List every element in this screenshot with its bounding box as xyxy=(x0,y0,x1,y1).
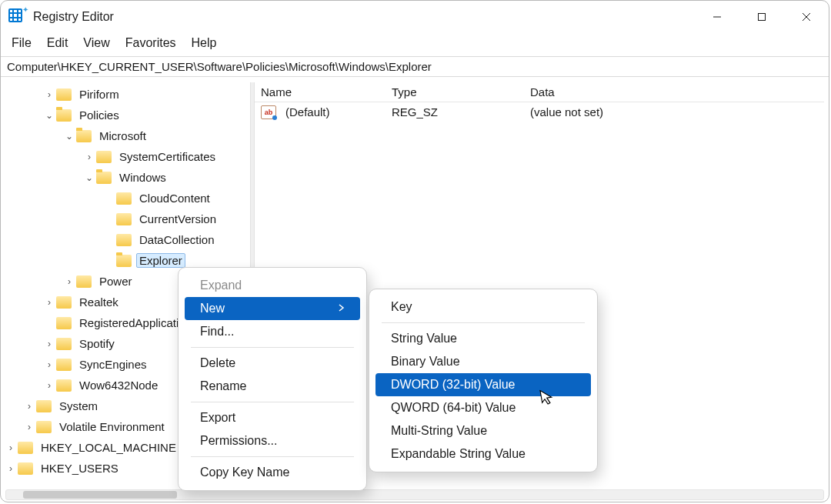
tree-label: Wow6432Node xyxy=(76,378,161,392)
scrollbar-thumb[interactable] xyxy=(23,491,177,499)
folder-icon xyxy=(36,400,52,412)
tree-item-policies[interactable]: ⌄ Policies xyxy=(5,105,250,125)
folder-icon xyxy=(56,317,72,329)
list-header: Name Type Data xyxy=(255,82,824,102)
titlebar[interactable]: ✦ Registry Editor xyxy=(1,1,829,33)
tree-item-cloudcontent[interactable]: · CloudContent xyxy=(5,188,250,209)
chevron-right-icon[interactable]: › xyxy=(5,442,16,453)
minimize-button[interactable] xyxy=(695,1,739,33)
ctx-label: Binary Value xyxy=(391,355,460,369)
horizontal-scrollbar[interactable] xyxy=(5,489,824,500)
chevron-down-icon[interactable]: ⌄ xyxy=(64,131,75,142)
ctx-new[interactable]: New xyxy=(185,297,360,320)
folder-icon xyxy=(56,338,72,350)
new-qword-value[interactable]: QWORD (64-bit) Value xyxy=(375,396,591,419)
submenu-arrow-icon xyxy=(320,303,345,314)
tree-label: System xyxy=(56,399,101,413)
tree-item-systemcertificates[interactable]: › SystemCertificates xyxy=(5,146,250,167)
tree-item-datacollection[interactable]: · DataCollection xyxy=(5,229,250,250)
menu-separator xyxy=(191,347,354,348)
ctx-rename[interactable]: Rename xyxy=(185,375,360,398)
tree-label: Realtek xyxy=(76,295,122,309)
value-row-default[interactable]: ab (Default) REG_SZ (value not set) xyxy=(255,102,824,122)
ctx-label: Delete xyxy=(200,356,235,370)
chevron-right-icon[interactable]: › xyxy=(44,380,55,391)
ctx-delete[interactable]: Delete xyxy=(185,352,360,375)
close-button[interactable] xyxy=(784,1,829,33)
chevron-down-icon[interactable]: ⌄ xyxy=(44,110,55,121)
col-header-type[interactable]: Type xyxy=(385,82,524,102)
new-dword-value[interactable]: DWORD (32-bit) Value xyxy=(375,373,591,396)
folder-open-icon xyxy=(56,109,72,122)
tree-label: Power xyxy=(96,274,135,289)
folder-icon xyxy=(56,379,72,392)
ctx-copy-key-name[interactable]: Copy Key Name xyxy=(185,461,360,484)
ctx-export[interactable]: Export xyxy=(185,406,360,429)
tree-label: CurrentVersion xyxy=(136,212,219,226)
window-controls xyxy=(695,1,829,33)
tree-item-windows[interactable]: ⌄ Windows xyxy=(5,167,250,188)
folder-open-icon xyxy=(76,130,92,142)
col-header-name[interactable]: Name xyxy=(255,82,385,102)
chevron-right-icon[interactable]: › xyxy=(44,297,55,308)
ctx-label: Expandable String Value xyxy=(391,447,526,461)
value-data: (value not set) xyxy=(524,104,824,120)
ctx-label: Multi-String Value xyxy=(391,424,487,438)
ctx-label: Find... xyxy=(200,325,234,339)
tree-label: Explorer xyxy=(136,253,185,268)
menu-separator xyxy=(191,456,354,457)
context-menu: Expand New Find... Delete Rename Export … xyxy=(178,267,367,491)
new-binary-value[interactable]: Binary Value xyxy=(375,350,591,373)
chevron-right-icon[interactable]: › xyxy=(84,152,95,162)
new-key[interactable]: Key xyxy=(375,295,591,319)
folder-icon xyxy=(116,234,132,246)
maximize-button[interactable] xyxy=(739,1,784,33)
tree-label: Windows xyxy=(116,170,169,185)
folder-icon xyxy=(18,462,33,475)
menu-help[interactable]: Help xyxy=(192,36,217,50)
tree-label: CloudContent xyxy=(136,191,213,205)
folder-open-icon xyxy=(96,172,112,184)
chevron-right-icon[interactable]: › xyxy=(64,276,75,287)
new-multistring-value[interactable]: Multi-String Value xyxy=(375,419,591,442)
menubar: File Edit View Favorites Help xyxy=(1,33,829,56)
menu-favorites[interactable]: Favorites xyxy=(125,36,176,50)
new-string-value[interactable]: String Value xyxy=(375,327,591,350)
ctx-expand[interactable]: Expand xyxy=(185,274,360,297)
chevron-right-icon[interactable]: › xyxy=(24,422,35,432)
chevron-right-icon[interactable]: › xyxy=(44,339,55,349)
ctx-permissions[interactable]: Permissions... xyxy=(185,429,360,452)
tree-item-currentversion[interactable]: · CurrentVersion xyxy=(5,209,250,229)
ctx-label: DWORD (32-bit) Value xyxy=(391,378,516,392)
folder-icon xyxy=(56,296,72,309)
col-header-data[interactable]: Data xyxy=(524,82,824,102)
new-expandable-string-value[interactable]: Expandable String Value xyxy=(375,442,591,466)
menu-file[interactable]: File xyxy=(12,36,32,50)
ctx-label: Permissions... xyxy=(200,434,277,448)
tree-label: Spotify xyxy=(76,336,118,351)
address-bar[interactable]: Computer\HKEY_CURRENT_USER\Software\Poli… xyxy=(1,56,829,77)
folder-icon xyxy=(36,421,52,433)
folder-icon xyxy=(18,442,33,454)
ctx-label: Expand xyxy=(200,279,242,292)
menu-edit[interactable]: Edit xyxy=(47,36,68,50)
chevron-right-icon[interactable]: › xyxy=(24,401,35,412)
folder-icon xyxy=(116,192,132,205)
tree-item-microsoft[interactable]: ⌄ Microsoft xyxy=(5,125,250,146)
window-title: Registry Editor xyxy=(33,10,114,24)
tree-label: DataCollection xyxy=(136,232,218,247)
folder-icon xyxy=(96,151,112,163)
ctx-find[interactable]: Find... xyxy=(185,320,360,343)
menu-separator xyxy=(191,402,354,402)
chevron-right-icon[interactable]: › xyxy=(5,463,16,474)
ctx-label: Export xyxy=(200,411,235,425)
ctx-label: QWORD (64-bit) Value xyxy=(391,401,516,415)
value-type: REG_SZ xyxy=(385,104,524,120)
tree-label: SyncEngines xyxy=(76,357,150,372)
chevron-right-icon[interactable]: › xyxy=(44,89,55,100)
chevron-down-icon[interactable]: ⌄ xyxy=(84,172,95,183)
tree-label: Microsoft xyxy=(96,129,149,143)
chevron-right-icon[interactable]: › xyxy=(44,359,55,370)
menu-view[interactable]: View xyxy=(83,36,109,50)
tree-item-piriform[interactable]: › Piriform xyxy=(5,84,250,105)
